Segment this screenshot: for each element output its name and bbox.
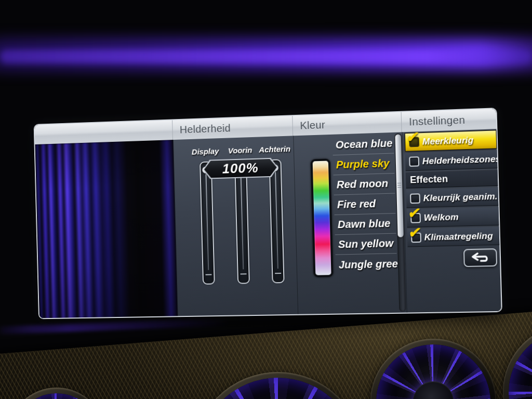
- slider-groove: [240, 166, 244, 270]
- slider-label-achterin: Achterin: [251, 144, 298, 154]
- color-spectrum-bar: [310, 158, 333, 277]
- light-streaks-fade: [35, 140, 177, 319]
- color-spectrum-gradient: [312, 161, 331, 275]
- rear-brightness-slider[interactable]: [269, 159, 284, 283]
- setting-row-kleurrijk-geanim[interactable]: ✔ Kleurrijk geanim.: [406, 187, 498, 208]
- checkbox[interactable]: [409, 137, 419, 147]
- settings-section-effecten: Effecten: [406, 169, 498, 189]
- back-icon: [471, 252, 490, 263]
- slider-tick: [205, 274, 211, 275]
- color-item[interactable]: Jungle green: [335, 254, 397, 275]
- scrollbar-grip: [397, 183, 401, 188]
- display-brightness-slider[interactable]: [200, 161, 215, 284]
- brightness-value: 100%: [222, 160, 259, 177]
- color-item[interactable]: Ocean blue: [332, 134, 394, 155]
- front-brightness-slider[interactable]: [234, 160, 250, 284]
- brightness-pane: Display Voorin Achterin: [173, 136, 298, 318]
- setting-label: Welkom: [423, 212, 458, 223]
- setting-row-klimaatregeling[interactable]: ✔ Klimaatregeling: [407, 227, 499, 247]
- checkbox[interactable]: [410, 193, 420, 204]
- color-item[interactable]: Sun yellow: [335, 234, 396, 255]
- checkbox[interactable]: [409, 156, 419, 167]
- back-button[interactable]: [463, 248, 497, 267]
- color-item[interactable]: Fire red: [334, 194, 395, 216]
- color-pane: Ocean blue Purple sky Red moon Fire red …: [293, 132, 407, 316]
- settings-pane: ✔ Meerkleurig ✔ Helderheidszones Effecte…: [402, 129, 501, 314]
- slider-groove: [274, 165, 278, 269]
- screen-panel: Helderheid Kleur Instellingen Display Vo…: [34, 108, 502, 319]
- color-item[interactable]: Purple sky: [332, 153, 394, 175]
- setting-label: Meerkleurig: [422, 135, 474, 147]
- color-list: Ocean blue Purple sky Red moon Fire red …: [332, 134, 397, 275]
- color-item[interactable]: Dawn blue: [334, 214, 396, 235]
- slider-tick: [240, 273, 246, 274]
- checkbox[interactable]: [411, 232, 421, 243]
- header-settings: Instellingen: [401, 109, 496, 132]
- ambient-light-strip-core: [0, 50, 532, 63]
- setting-label: Kleurrijk geanim.: [423, 191, 497, 204]
- ambient-preview-pane: [35, 140, 177, 319]
- slider-tick: [275, 273, 281, 274]
- brightness-value-badge: 100%: [203, 155, 278, 181]
- section-label: Effecten: [410, 174, 448, 185]
- setting-row-helderheidszones[interactable]: ✔ Helderheidszones: [405, 150, 498, 171]
- checkbox[interactable]: [410, 213, 421, 223]
- screen-content: Display Voorin Achterin: [35, 129, 501, 319]
- setting-label: Klimaatregeling: [424, 231, 493, 243]
- setting-row-meerkleurig[interactable]: ✔ Meerkleurig: [405, 130, 497, 151]
- brightness-value-badge-inner: 100%: [204, 157, 277, 180]
- car-dashboard-scene: Helderheid Kleur Instellingen Display Vo…: [0, 0, 532, 399]
- setting-row-welkom[interactable]: ✔ Welkom: [406, 207, 499, 228]
- setting-label: Helderheidszones: [422, 154, 501, 167]
- infotainment-display: Helderheid Kleur Instellingen Display Vo…: [34, 108, 502, 319]
- slider-groove: [205, 167, 209, 270]
- color-item[interactable]: Red moon: [333, 174, 395, 195]
